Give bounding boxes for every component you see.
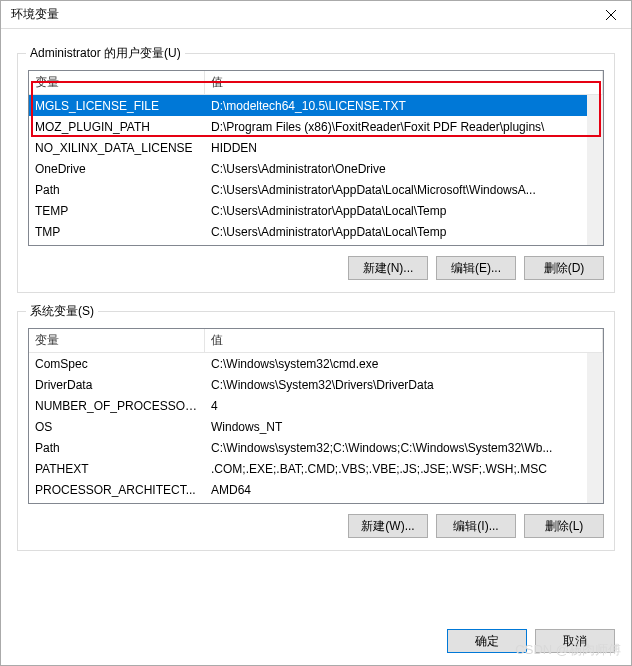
sys-edit-button[interactable]: 编辑(I)... — [436, 514, 516, 538]
table-row[interactable]: ComSpecC:\Windows\system32\cmd.exe — [29, 353, 603, 374]
user-delete-button[interactable]: 删除(D) — [524, 256, 604, 280]
cancel-button[interactable]: 取消 — [535, 629, 615, 653]
list-header: 变量 值 — [29, 71, 603, 95]
table-row[interactable]: PathC:\Windows\system32;C:\Windows;C:\Wi… — [29, 437, 603, 458]
user-new-button[interactable]: 新建(N)... — [348, 256, 428, 280]
table-row[interactable]: PathC:\Users\Administrator\AppData\Local… — [29, 179, 603, 200]
var-value-cell: C:\Users\Administrator\OneDrive — [205, 160, 603, 178]
var-name-cell: OneDrive — [29, 160, 205, 178]
table-row[interactable]: NUMBER_OF_PROCESSORS4 — [29, 395, 603, 416]
dialog-footer: 确定 取消 — [447, 629, 615, 653]
var-value-cell: C:\Windows\System32\Drivers\DriverData — [205, 376, 603, 394]
scrollbar[interactable] — [587, 95, 603, 245]
env-vars-dialog: 环境变量 Administrator 的用户变量(U) 变量 值 MGLS_LI… — [0, 0, 632, 666]
titlebar: 环境变量 — [1, 1, 631, 29]
user-vars-group: Administrator 的用户变量(U) 变量 值 MGLS_LICENSE… — [17, 53, 615, 293]
list-header: 变量 值 — [29, 329, 603, 353]
user-edit-button[interactable]: 编辑(E)... — [436, 256, 516, 280]
table-row[interactable]: TMPC:\Users\Administrator\AppData\Local\… — [29, 221, 603, 242]
var-name-cell: PATHEXT — [29, 460, 205, 478]
var-name-cell: NUMBER_OF_PROCESSORS — [29, 397, 205, 415]
var-value-cell: C:\Windows\system32;C:\Windows;C:\Window… — [205, 439, 603, 457]
col-header-value[interactable]: 值 — [205, 70, 603, 95]
table-row[interactable]: OneDriveC:\Users\Administrator\OneDrive — [29, 158, 603, 179]
table-row[interactable]: TEMPC:\Users\Administrator\AppData\Local… — [29, 200, 603, 221]
user-vars-list[interactable]: 变量 值 MGLS_LICENSE_FILED:\modeltech64_10.… — [28, 70, 604, 246]
user-button-row: 新建(N)... 编辑(E)... 删除(D) — [28, 256, 604, 280]
close-icon — [606, 10, 616, 20]
var-name-cell: MOZ_PLUGIN_PATH — [29, 118, 205, 136]
table-row[interactable]: OSWindows_NT — [29, 416, 603, 437]
var-value-cell: D:\modeltech64_10.5\LICENSE.TXT — [205, 97, 603, 115]
var-value-cell: C:\Windows\system32\cmd.exe — [205, 355, 603, 373]
sys-vars-list[interactable]: 变量 值 ComSpecC:\Windows\system32\cmd.exeD… — [28, 328, 604, 504]
var-value-cell: AMD64 — [205, 481, 603, 499]
var-name-cell: Path — [29, 181, 205, 199]
sys-vars-group: 系统变量(S) 变量 值 ComSpecC:\Windows\system32\… — [17, 311, 615, 551]
var-value-cell: Windows_NT — [205, 418, 603, 436]
table-row[interactable]: NO_XILINX_DATA_LICENSEHIDDEN — [29, 137, 603, 158]
var-value-cell: D:\Program Files (x86)\FoxitReader\Foxit… — [205, 118, 603, 136]
ok-button[interactable]: 确定 — [447, 629, 527, 653]
scrollbar[interactable] — [587, 353, 603, 503]
var-name-cell: TMP — [29, 223, 205, 241]
sys-delete-button[interactable]: 删除(L) — [524, 514, 604, 538]
sys-button-row: 新建(W)... 编辑(I)... 删除(L) — [28, 514, 604, 538]
var-name-cell: DriverData — [29, 376, 205, 394]
var-name-cell: PROCESSOR_ARCHITECT... — [29, 481, 205, 499]
var-value-cell: .COM;.EXE;.BAT;.CMD;.VBS;.VBE;.JS;.JSE;.… — [205, 460, 603, 478]
table-row[interactable]: PATHEXT.COM;.EXE;.BAT;.CMD;.VBS;.VBE;.JS… — [29, 458, 603, 479]
list-body: MGLS_LICENSE_FILED:\modeltech64_10.5\LIC… — [29, 95, 603, 245]
list-body: ComSpecC:\Windows\system32\cmd.exeDriver… — [29, 353, 603, 503]
close-button[interactable] — [591, 1, 631, 29]
col-header-name[interactable]: 变量 — [29, 328, 205, 353]
col-header-name[interactable]: 变量 — [29, 70, 205, 95]
var-name-cell: TEMP — [29, 202, 205, 220]
var-name-cell: ComSpec — [29, 355, 205, 373]
var-value-cell: 4 — [205, 397, 603, 415]
var-name-cell: NO_XILINX_DATA_LICENSE — [29, 139, 205, 157]
var-value-cell: HIDDEN — [205, 139, 603, 157]
table-row[interactable]: MGLS_LICENSE_FILED:\modeltech64_10.5\LIC… — [29, 95, 603, 116]
var-name-cell: MGLS_LICENSE_FILE — [29, 97, 205, 115]
col-header-value[interactable]: 值 — [205, 328, 603, 353]
window-title: 环境变量 — [11, 6, 591, 23]
var-value-cell: C:\Users\Administrator\AppData\Local\Tem… — [205, 223, 603, 241]
dialog-content: Administrator 的用户变量(U) 变量 值 MGLS_LICENSE… — [1, 29, 631, 611]
sys-vars-legend: 系统变量(S) — [26, 303, 98, 320]
var-value-cell: C:\Users\Administrator\AppData\Local\Tem… — [205, 202, 603, 220]
sys-new-button[interactable]: 新建(W)... — [348, 514, 428, 538]
var-value-cell: C:\Users\Administrator\AppData\Local\Mic… — [205, 181, 603, 199]
table-row[interactable]: PROCESSOR_ARCHITECT...AMD64 — [29, 479, 603, 500]
var-name-cell: Path — [29, 439, 205, 457]
table-row[interactable]: MOZ_PLUGIN_PATHD:\Program Files (x86)\Fo… — [29, 116, 603, 137]
user-vars-legend: Administrator 的用户变量(U) — [26, 45, 185, 62]
table-row[interactable]: DriverDataC:\Windows\System32\Drivers\Dr… — [29, 374, 603, 395]
var-name-cell: OS — [29, 418, 205, 436]
